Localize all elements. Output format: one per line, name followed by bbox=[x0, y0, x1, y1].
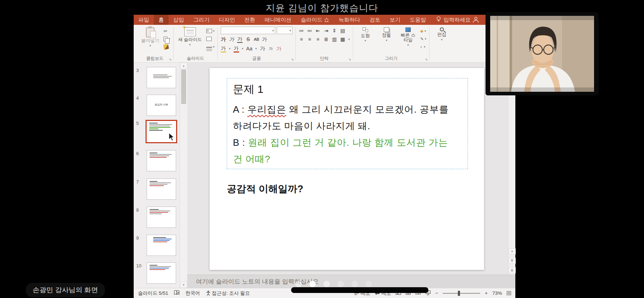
shape-fill-icon: ◆ bbox=[420, 29, 423, 33]
paste-icon bbox=[146, 27, 155, 37]
reset-icon bbox=[206, 37, 212, 41]
layout-icon bbox=[206, 29, 212, 33]
copy-icon bbox=[164, 37, 167, 41]
bullets-button[interactable]: ≔ bbox=[299, 27, 304, 34]
font-size-combobox[interactable]: ▾ bbox=[277, 27, 293, 34]
shapes-button[interactable]: 도형 ▾ bbox=[356, 27, 375, 43]
tab-design[interactable]: 디자인 bbox=[214, 15, 240, 25]
slide-thumbnail-panel: 3 4 공감적 이해 5 6 7 bbox=[134, 63, 180, 288]
clear-formatting-button[interactable]: 가 bbox=[276, 45, 282, 52]
paragraph-dialog-launcher[interactable]: ⇘ bbox=[349, 58, 351, 61]
strikethrough-button[interactable]: S bbox=[245, 36, 251, 42]
decrease-indent-button[interactable]: ⇤ bbox=[315, 27, 321, 34]
align-right-button[interactable]: ≡ bbox=[315, 36, 321, 42]
dialog-line-a2: 하려다가도 마음이 사라지게 돼. bbox=[233, 118, 462, 134]
misspelled-word: 우리집은 bbox=[247, 104, 286, 115]
text-direction-button[interactable]: ▤ bbox=[340, 27, 345, 34]
language-indicator[interactable]: 한국어 bbox=[185, 290, 200, 297]
thumbnail-scroll-up-button[interactable]: ▴ bbox=[180, 63, 187, 69]
tell-me-search[interactable]: 입력하세요 bbox=[436, 15, 470, 25]
tab-slideshow[interactable]: 슬라이드 쇼 bbox=[296, 15, 334, 25]
tab-help[interactable]: 도움말 bbox=[405, 15, 431, 25]
current-slide-canvas[interactable]: 문제 1 A : 우리집은 왜 그리 시끄러운지 모르겠어. 공부를 하려다가도… bbox=[210, 68, 484, 270]
editing-group: 편집 ▾ bbox=[430, 25, 453, 62]
notes-pane[interactable]: 여기에 슬라이드 노트의 내용을 입력하십시오 bbox=[187, 275, 515, 288]
slide-layout-button[interactable]: ▾ bbox=[206, 28, 215, 34]
tab-file[interactable]: 파일 bbox=[134, 15, 154, 25]
shape-outline-button[interactable]: ✎▾ bbox=[420, 36, 427, 42]
shared-screen-label: 손광민 강사님의 화면 bbox=[26, 283, 105, 297]
edit-button[interactable]: 편집 ▾ bbox=[432, 27, 451, 42]
webcam-video-tile[interactable] bbox=[486, 12, 599, 95]
tell-me-label: 입력하세요 bbox=[443, 17, 470, 23]
text-shadow-button[interactable]: AB bbox=[254, 36, 259, 42]
slide-text-box[interactable]: 문제 1 A : 우리집은 왜 그리 시끄러운지 모르겠어. 공부를 하려다가도… bbox=[227, 78, 468, 169]
paste-button[interactable]: 붙여넣기 ▾ bbox=[139, 27, 161, 48]
ribbon-tab-bar: 파일 홈 삽입 그리기 디자인 전환 애니메이션 슬라이드 쇼 녹화하다 검토 … bbox=[134, 15, 515, 25]
bold-button[interactable]: 가 bbox=[221, 36, 226, 42]
shape-effects-button[interactable]: ◐▾ bbox=[420, 44, 427, 50]
change-case-button[interactable]: Aa bbox=[246, 45, 252, 52]
tab-review[interactable]: 검토 bbox=[365, 15, 385, 25]
format-painter-button[interactable] bbox=[164, 44, 170, 50]
line-spacing-button[interactable]: ⇕ bbox=[332, 27, 337, 34]
zoom-level[interactable]: 73% bbox=[492, 290, 502, 296]
arrange-button[interactable]: 정렬 ▾ bbox=[377, 27, 396, 42]
zoom-slider[interactable] bbox=[443, 293, 480, 294]
dialog-line-b2: 건 어때? bbox=[233, 151, 462, 167]
shape-fill-button[interactable]: ◆▾ bbox=[420, 28, 427, 34]
accessibility-status[interactable]: 접근성: 조사 필요 bbox=[206, 290, 250, 297]
columns-button[interactable]: ▥ bbox=[332, 36, 337, 42]
shape-effects-icon: ◐ bbox=[420, 45, 423, 49]
lightbulb-icon bbox=[436, 16, 441, 23]
video-scrubber-bar[interactable] bbox=[291, 287, 428, 293]
font-dialog-launcher[interactable]: ⇘ bbox=[291, 58, 294, 61]
powerpoint-window: 파일 홈 삽입 그리기 디자인 전환 애니메이션 슬라이드 쇼 녹화하다 검토 … bbox=[134, 15, 515, 298]
increase-indent-button[interactable]: ⇥ bbox=[323, 27, 329, 34]
zoom-slider-thumb[interactable] bbox=[458, 291, 460, 296]
quick-styles-button[interactable]: 빠른 스타일 ▾ bbox=[399, 27, 418, 47]
clipboard-dialog-launcher[interactable]: ⇘ bbox=[169, 58, 172, 61]
tab-animations[interactable]: 애니메이션 bbox=[260, 15, 296, 25]
next-slide-button[interactable]: ⇊ bbox=[509, 267, 516, 273]
paragraph-group: ≔ ≕ ⇤ ⇥ ⇕ ▤ ≡ ≡ ≡ ≣ ▥ ▦ ▾ 단락 ⇘ bbox=[296, 25, 352, 62]
tab-transitions[interactable]: 전환 bbox=[240, 15, 260, 25]
zoom-in-button[interactable]: + bbox=[485, 290, 488, 296]
italic-button[interactable]: 가 bbox=[229, 36, 234, 42]
editor-scroll-down-button[interactable]: ▾ bbox=[509, 248, 516, 254]
align-center-button[interactable]: ≡ bbox=[307, 36, 312, 42]
new-slide-button[interactable]: 새 슬라이드 ▾ bbox=[176, 27, 204, 47]
thumbnail-scroll-down-button[interactable]: ▾ bbox=[180, 282, 187, 288]
convert-smartart-button[interactable]: ▦ bbox=[340, 36, 345, 42]
shrink-font-button[interactable]: 가 bbox=[268, 45, 273, 52]
section-icon bbox=[206, 47, 212, 48]
highlight-color-button[interactable]: 가 bbox=[221, 45, 226, 53]
tab-record[interactable]: 녹화하다 bbox=[334, 15, 365, 25]
drawing-dialog-launcher[interactable]: ⇘ bbox=[425, 58, 428, 61]
numbering-button[interactable]: ≕ bbox=[307, 27, 312, 34]
tab-home[interactable]: 홈 bbox=[154, 15, 169, 25]
tab-draw[interactable]: 그리기 bbox=[189, 15, 214, 25]
reset-slide-button[interactable] bbox=[206, 36, 215, 42]
justify-button[interactable]: ≣ bbox=[323, 36, 329, 42]
tab-view[interactable]: 보기 bbox=[385, 15, 405, 25]
drawing-group: 도형 ▾ 정렬 ▾ 빠른 스타일 ▾ ◆▾ ✎▾ ◐▾ bbox=[354, 25, 429, 62]
cut-button[interactable]: ✂ bbox=[164, 28, 170, 34]
font-group: ▾ ▾ 가 가 가 S AB 가 가▾ 가▾ Aa▾ 가 가 가 bbox=[218, 25, 295, 62]
grow-font-button[interactable]: 가 bbox=[260, 45, 265, 52]
character-spacing-button[interactable]: 가 bbox=[262, 36, 268, 42]
font-color-button[interactable]: 가 bbox=[234, 45, 239, 53]
zoom-out-button[interactable]: − bbox=[435, 290, 438, 296]
previous-slide-button[interactable]: ⇈ bbox=[509, 258, 516, 264]
font-name-combobox[interactable]: ▾ bbox=[221, 27, 275, 34]
copy-button[interactable]: ▾ bbox=[164, 36, 170, 42]
tab-insert[interactable]: 삽입 bbox=[169, 15, 189, 25]
thumbnail-scroll-thumb[interactable] bbox=[181, 69, 186, 104]
section-button[interactable]: ▾ bbox=[206, 44, 215, 50]
fit-slide-to-window-button[interactable] bbox=[507, 291, 511, 295]
spellcheck-icon[interactable] bbox=[174, 290, 180, 296]
align-left-button[interactable]: ≡ bbox=[299, 36, 304, 42]
thumbnail-scrollbar[interactable]: ▴ ▾ bbox=[180, 63, 187, 288]
account-icon[interactable] bbox=[472, 16, 479, 24]
underline-button[interactable]: 가 bbox=[237, 36, 243, 43]
